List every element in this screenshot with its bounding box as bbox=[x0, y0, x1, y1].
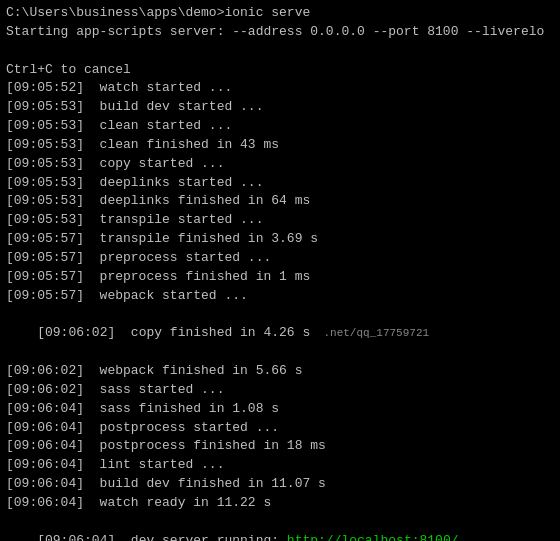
output-line: [09:05:57] preprocess finished in 1 ms bbox=[6, 268, 554, 287]
output-line: Ctrl+C to cancel bbox=[6, 61, 554, 80]
output-line: [09:05:52] watch started ... bbox=[6, 79, 554, 98]
output-line: [09:06:04] sass finished in 1.08 s bbox=[6, 400, 554, 419]
output-line: [09:05:53] copy started ... bbox=[6, 155, 554, 174]
output-line: [09:05:57] preprocess started ... bbox=[6, 249, 554, 268]
blank-line bbox=[6, 42, 554, 61]
output-line-watermark: [09:06:02] copy finished in 4.26 s .net/… bbox=[6, 306, 554, 363]
terminal-window: C:\Users\business\apps\demo>ionic serve … bbox=[0, 0, 560, 541]
output-line: [09:06:04] postprocess started ... bbox=[6, 419, 554, 438]
output-line: [09:06:02] sass started ... bbox=[6, 381, 554, 400]
output-line: [09:06:04] build dev finished in 11.07 s bbox=[6, 475, 554, 494]
output-line: [09:05:53] build dev started ... bbox=[6, 98, 554, 117]
output-line: [09:05:57] transpile finished in 3.69 s bbox=[6, 230, 554, 249]
output-line: [09:05:53] transpile started ... bbox=[6, 211, 554, 230]
output-line: [09:05:53] deeplinks finished in 64 ms bbox=[6, 192, 554, 211]
output-line: [09:05:53] clean finished in 43 ms bbox=[6, 136, 554, 155]
output-line: Starting app-scripts server: --address 0… bbox=[6, 23, 554, 42]
output-line: [09:05:53] deeplinks started ... bbox=[6, 174, 554, 193]
output-line: [09:06:04] watch ready in 11.22 s bbox=[6, 494, 554, 513]
cmd-line: C:\Users\business\apps\demo>ionic serve bbox=[6, 4, 554, 23]
output-line: [09:05:53] clean started ... bbox=[6, 117, 554, 136]
output-line: [09:06:04] postprocess finished in 18 ms bbox=[6, 437, 554, 456]
dev-server-line: [09:06:04] dev server running: http://lo… bbox=[6, 513, 554, 541]
output-line: [09:06:04] lint started ... bbox=[6, 456, 554, 475]
output-line: [09:06:02] webpack finished in 5.66 s bbox=[6, 362, 554, 381]
output-line: [09:05:57] webpack started ... bbox=[6, 287, 554, 306]
